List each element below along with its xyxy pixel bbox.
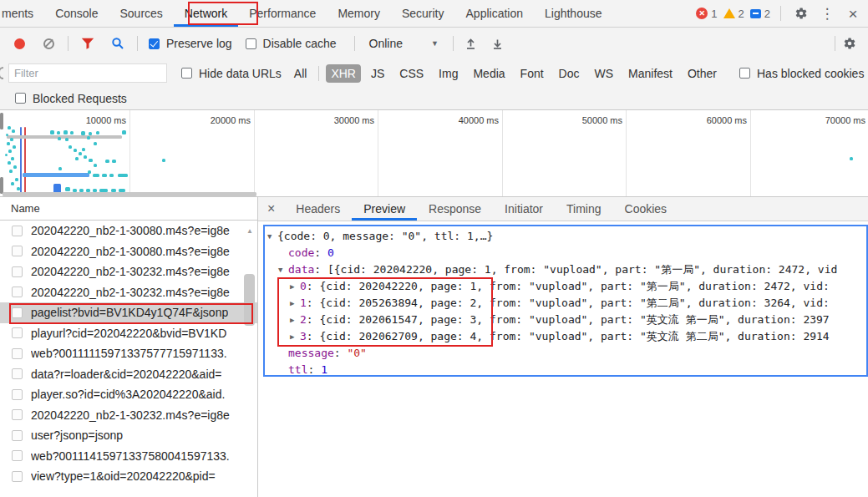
type-filter-js[interactable]: JS: [366, 64, 389, 83]
tab-performance[interactable]: Performance: [238, 0, 327, 27]
type-filter-other[interactable]: Other: [683, 64, 722, 83]
table-row[interactable]: web?00111415971337580041597133.: [0, 446, 257, 467]
json-line[interactable]: ▼data: [{cid: 202042220, page: 1, from: …: [266, 261, 865, 278]
table-row[interactable]: playurl?cid=202042220&bvid=BV1KD: [0, 323, 257, 344]
tab-console[interactable]: Console: [44, 0, 109, 27]
preserve-log-label[interactable]: Preserve log: [166, 37, 232, 50]
has-blocked-cookies-checkbox[interactable]: [739, 68, 750, 79]
type-filter-xhr[interactable]: XHR: [326, 64, 361, 83]
type-filter-css[interactable]: CSS: [394, 64, 429, 83]
table-row[interactable]: 202042220_nb2-1-30080.m4s?e=ig8e: [0, 241, 257, 262]
type-filter-img[interactable]: Img: [434, 64, 463, 83]
waterfall-mark: [87, 136, 90, 139]
type-filter-media[interactable]: Media: [468, 64, 510, 83]
table-row[interactable]: player.so?id=cid%3A202042220&aid.: [0, 384, 257, 405]
detail-tab-timing[interactable]: Timing: [555, 197, 613, 221]
table-row[interactable]: 202042220_nb2-1-30232.m4s?e=ig8e: [0, 405, 257, 426]
name-column-header[interactable]: Name: [0, 197, 257, 221]
expander-icon[interactable]: ▶: [290, 295, 300, 312]
waterfall-mark: [63, 130, 68, 134]
chevron-down-icon: ▼: [431, 39, 439, 48]
tab-sources[interactable]: Sources: [109, 0, 174, 27]
warning-badge[interactable]: 2: [723, 8, 744, 20]
table-row[interactable]: view?type=1&oid=202042220&pid=: [0, 466, 257, 487]
type-filter-font[interactable]: Font: [515, 64, 549, 83]
kebab-menu-icon[interactable]: ⋮: [817, 3, 837, 23]
request-list: 202042220_nb2-1-30080.m4s?e=ig8e20204222…: [0, 221, 257, 497]
settings-gear-icon[interactable]: [791, 3, 811, 23]
waterfall-mark: [7, 135, 122, 139]
tab-application[interactable]: Application: [455, 0, 535, 27]
preserve-log-checkbox[interactable]: [149, 38, 160, 49]
json-line[interactable]: ▶3: {cid: 202062709, page: 4, from: "vup…: [266, 328, 865, 345]
tab-security[interactable]: Security: [391, 0, 455, 27]
table-row[interactable]: pagelist?bvid=BV1KD4y1Q74F&jsonp: [0, 302, 257, 323]
table-row[interactable]: 202042220_nb2-1-30232.m4s?e=ig8e: [0, 282, 257, 303]
json-line[interactable]: ▶1: {cid: 205263894, page: 2, from: "vup…: [266, 295, 865, 312]
table-row[interactable]: user?jsonp=jsonp: [0, 425, 257, 446]
disable-cache-checkbox[interactable]: [246, 38, 256, 49]
network-settings-gear-icon[interactable]: [840, 33, 860, 53]
scrollbar-thumb[interactable]: [244, 274, 255, 326]
json-line[interactable]: code: 0: [266, 245, 865, 261]
json-text: ttl: [288, 363, 307, 376]
json-text: : {cid: 202062709, page: 4, from: "vuplo…: [307, 330, 830, 342]
file-icon: [12, 246, 23, 256]
request-name: 202042220_nb2-1-30232.m4s?e=ig8e: [31, 265, 230, 278]
table-row[interactable]: web?00111115971337577715971133.: [0, 343, 257, 364]
record-icon[interactable]: [14, 38, 25, 49]
expander-icon[interactable]: ▶: [290, 328, 300, 345]
table-row[interactable]: 202042220_nb2-1-30080.m4s?e=ig8e: [0, 221, 257, 241]
detail-tab-cookies[interactable]: Cookies: [613, 197, 679, 221]
export-har-icon[interactable]: [488, 33, 508, 53]
clear-icon[interactable]: [43, 38, 54, 49]
json-line[interactable]: ▼{code: 0, message: "0", ttl: 1,…}: [266, 228, 865, 245]
detail-tab-preview[interactable]: Preview: [352, 197, 417, 221]
error-badge[interactable]: ✕ 1: [696, 8, 717, 20]
type-filter-all[interactable]: All: [289, 64, 312, 83]
json-line[interactable]: ttl: 1: [266, 362, 865, 378]
close-devtools-icon[interactable]: ×: [843, 3, 863, 23]
import-har-icon[interactable]: [461, 33, 481, 53]
type-filter-manifest[interactable]: Manifest: [623, 64, 678, 83]
has-blocked-cookies-label[interactable]: Has blocked cookies: [757, 67, 864, 80]
detail-tab-response[interactable]: Response: [417, 197, 493, 221]
table-row[interactable]: data?r=loader&cid=202042220&aid=: [0, 364, 257, 385]
network-toolbar: Preserve log Disable cache Online ▼: [0, 28, 868, 59]
warning-icon: [723, 8, 735, 18]
expander-icon[interactable]: ▶: [290, 312, 300, 328]
table-row[interactable]: 202042220_nb2-1-30232.m4s?e=ig8e: [0, 261, 257, 282]
type-filter-doc[interactable]: Doc: [554, 64, 585, 83]
filter-funnel-icon[interactable]: [78, 33, 98, 53]
filter-input[interactable]: [8, 63, 167, 83]
search-icon[interactable]: [108, 33, 128, 53]
issues-badge[interactable]: 2: [750, 8, 770, 20]
expander-icon[interactable]: ▼: [278, 261, 288, 278]
scroll-up-icon[interactable]: ▲: [246, 227, 253, 235]
overview[interactable]: 10000 ms20000 ms30000 ms40000 ms50000 ms…: [0, 110, 868, 197]
expander-icon[interactable]: ▼: [267, 228, 277, 245]
json-line[interactable]: message: "0": [266, 345, 865, 362]
expander-icon[interactable]: ▶: [290, 278, 300, 295]
json-line[interactable]: ▶2: {cid: 202061547, page: 3, from: "vup…: [266, 312, 865, 328]
request-name: user?jsonp=jsonp: [31, 429, 123, 442]
json-line[interactable]: ▶0: {cid: 202042220, page: 1, from: "vup…: [266, 278, 865, 295]
waterfall-mark: [15, 178, 18, 181]
hide-data-urls-label[interactable]: Hide data URLs: [199, 67, 282, 80]
blocked-requests-checkbox[interactable]: [15, 93, 26, 104]
throttling-select[interactable]: Online ▼: [369, 37, 439, 50]
type-filter-ws[interactable]: WS: [590, 64, 619, 83]
json-tree[interactable]: ▼{code: 0, message: "0", ttl: 1,…}code: …: [266, 228, 865, 378]
tab-network[interactable]: Network: [174, 0, 238, 27]
waterfall-mark: [94, 142, 97, 145]
tab-ments[interactable]: ments: [0, 0, 44, 27]
tab-memory[interactable]: Memory: [327, 0, 391, 27]
disable-cache-label[interactable]: Disable cache: [263, 37, 337, 50]
hide-data-urls-checkbox[interactable]: [181, 68, 192, 79]
tab-lighthouse[interactable]: Lighthouse: [534, 0, 613, 27]
detail-tab-headers[interactable]: Headers: [284, 197, 352, 221]
detail-tab-initiator[interactable]: Initiator: [493, 197, 555, 221]
resource-type-filters: AllXHRJSCSSImgMediaFontDocWSManifestOthe…: [287, 64, 724, 83]
close-detail-icon[interactable]: ×: [258, 197, 284, 221]
blocked-requests-label[interactable]: Blocked Requests: [33, 92, 127, 105]
